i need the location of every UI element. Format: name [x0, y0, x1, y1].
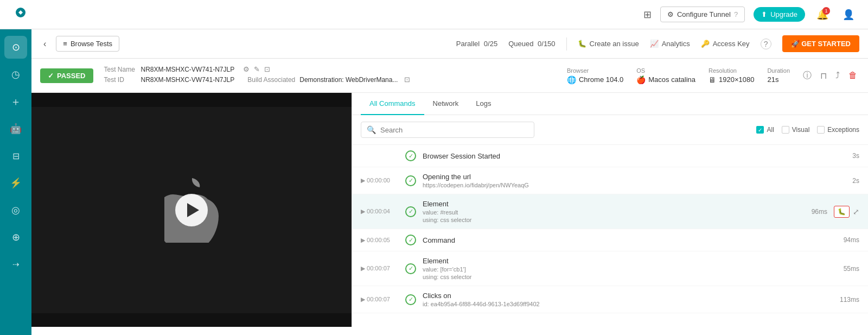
list-icon: ≡ — [63, 40, 67, 48]
copy-build-icon[interactable]: ⊡ — [404, 75, 410, 84]
command-status-1: ✓ — [405, 175, 416, 186]
plus-icon: ＋ — [10, 94, 21, 109]
sidebar-item-robot[interactable]: 🤖 — [4, 117, 27, 140]
configure-tunnel-button[interactable]: ⚙ Configure Tunnel ? — [660, 7, 745, 22]
top-nav: ⊞ ⚙ Configure Tunnel ? ⬆ Upgrade 🔔 1 👤 — [0, 0, 868, 29]
analytics-link[interactable]: 📈 Analytics — [650, 40, 690, 48]
sidebar-item-bookmark[interactable]: ⊟ — [4, 144, 27, 167]
bookmark-btn[interactable]: ⊓ — [818, 68, 829, 83]
add-circle-icon: ⊕ — [12, 231, 20, 243]
table-row: ▶ 00:00:07 ✓ Element value: [for='cb1'] … — [352, 251, 868, 286]
edit-icon[interactable]: ✎ — [254, 65, 260, 73]
sidebar-item-history[interactable]: ◷ — [4, 63, 27, 86]
filter-exceptions[interactable]: Exceptions — [817, 126, 859, 134]
command-name-0: Browser Session Started — [423, 152, 826, 160]
access-key-link[interactable]: 🔑 Access Key — [701, 40, 750, 48]
filter-all[interactable]: ✓ All — [756, 126, 774, 134]
queued-label: Queued 0/150 — [508, 40, 555, 48]
command-duration-4: 55ms — [832, 265, 859, 273]
command-status-4: ✓ — [405, 263, 416, 274]
content-area: All Commands Network Logs 🔍 ✓ — [31, 93, 868, 327]
notification-badge: 1 — [822, 7, 830, 15]
apple-os-icon: 🍎 — [636, 75, 646, 84]
play-button[interactable] — [175, 194, 208, 226]
sidebar-item-dashboard[interactable]: ⊙ — [4, 36, 27, 59]
sidebar-item-lightning[interactable]: ⚡ — [4, 172, 27, 194]
checkbox-visual — [782, 126, 789, 134]
create-issue-link[interactable]: 🐛 Create an issue — [578, 40, 639, 48]
divider — [566, 37, 567, 50]
tab-network[interactable]: Network — [424, 93, 468, 115]
help-icon[interactable]: ? — [761, 39, 771, 49]
sidebar-item-add[interactable]: ＋ — [4, 90, 27, 113]
back-button[interactable]: ‹ — [40, 36, 49, 52]
parallel-label: Parallel 0/25 — [456, 40, 497, 48]
tune-icon[interactable]: ⚙ — [243, 65, 250, 73]
duration-info: Duration 21s — [767, 67, 790, 84]
video-panel — [31, 93, 352, 327]
analytics-icon: 📈 — [650, 40, 659, 48]
question-icon: ? — [734, 10, 738, 18]
tunnel-icon: ⚙ — [667, 10, 674, 18]
command-name-2: Element value: #result using: css select… — [423, 200, 794, 223]
tab-all-commands[interactable]: All Commands — [361, 93, 424, 115]
checkbox-exceptions — [817, 126, 825, 134]
status-badge: ✓ PASSED — [40, 68, 93, 83]
filter-visual[interactable]: Visual — [782, 126, 809, 134]
dashboard-icon: ⊙ — [12, 41, 20, 53]
top-nav-right: ⊞ ⚙ Configure Tunnel ? ⬆ Upgrade 🔔 1 👤 — [643, 6, 857, 23]
command-status-2: ✓ — [405, 206, 416, 217]
search-input[interactable] — [380, 126, 528, 134]
info-button[interactable]: ⓘ — [801, 68, 814, 84]
user-menu-button[interactable]: 👤 — [840, 6, 857, 23]
sidebar-item-share[interactable]: ⇢ — [4, 253, 27, 276]
grid-icon: ⊞ — [643, 9, 652, 21]
command-row-actions: 🐛 ⤢ — [834, 206, 859, 218]
table-row: ▶ 00:00:04 ✓ Element value: #result usin… — [352, 194, 868, 229]
command-status-5: ✓ — [405, 294, 416, 305]
browser-info: Browser 🌐 Chrome 104.0 — [567, 67, 623, 84]
command-duration-3: 94ms — [832, 236, 859, 244]
top-nav-left — [11, 3, 30, 27]
commands-tabs: All Commands Network Logs — [352, 93, 868, 115]
sidebar: ⊙ ◷ ＋ 🤖 ⊟ ⚡ ◎ ⊕ ⇢ — [0, 29, 31, 335]
play-icon — [187, 203, 199, 217]
secondary-nav-left: ‹ ≡ Browse Tests — [40, 36, 119, 52]
chrome-icon: 🌐 — [567, 75, 576, 84]
test-info-right: Browser 🌐 Chrome 104.0 OS 🍎 Macos catali… — [567, 67, 790, 84]
search-icon: 🔍 — [367, 125, 376, 134]
command-duration-1: 2s — [832, 177, 859, 185]
issue-icon: 🐛 — [578, 40, 586, 48]
command-name-5: Clicks on id: ea4b95a4-6f88-446d-9613-1e… — [423, 292, 826, 307]
video-placeholder — [31, 107, 352, 313]
bookmark-icon: ⊟ — [12, 151, 20, 161]
command-status-0: ✓ — [405, 150, 416, 161]
command-name-1: Opening the url https://codepen.io/fidab… — [423, 173, 826, 188]
expand-button[interactable]: ⤢ — [853, 207, 859, 216]
key-icon: 🔑 — [701, 40, 710, 48]
lightning-icon: ⚡ — [10, 177, 22, 189]
tab-logs[interactable]: Logs — [467, 93, 500, 115]
test-meta: Test Name NR8XM-MSHXC-VW741-N7JLP ⚙ ✎ ⊡ … — [104, 65, 556, 86]
sidebar-item-add-circle[interactable]: ⊕ — [4, 226, 27, 249]
share-btn[interactable]: ⤴ — [833, 68, 842, 83]
upgrade-button[interactable]: ⬆ Upgrade — [754, 7, 805, 22]
secondary-nav-right: Parallel 0/25 Queued 0/150 🐛 Create an i… — [456, 35, 859, 52]
test-name-row: Test Name NR8XM-MSHXC-VW741-N7JLP ⚙ ✎ ⊡ — [104, 65, 556, 73]
table-row: ▶ 00:00:00 ✓ Opening the url https://cod… — [352, 167, 868, 194]
table-row: ✓ Browser Session Started 3s — [352, 145, 868, 167]
check-icon: ✓ — [48, 72, 54, 80]
delete-btn[interactable]: 🗑 — [846, 68, 859, 83]
layers-icon: ◎ — [11, 204, 20, 216]
bug-report-button[interactable]: 🐛 — [834, 206, 850, 218]
sidebar-item-layers[interactable]: ◎ — [4, 199, 27, 222]
command-status-3: ✓ — [405, 235, 416, 245]
search-input-wrap: 🔍 — [361, 122, 534, 138]
notifications-button[interactable]: 🔔 1 — [814, 6, 831, 23]
test-info-bar: ✓ PASSED Test Name NR8XM-MSHXC-VW741-N7J… — [31, 59, 868, 93]
rocket-icon: 🚀 — [791, 40, 800, 48]
command-time-2: ▶ 00:00:04 — [361, 208, 399, 215]
copy-icon[interactable]: ⊡ — [264, 65, 270, 73]
get-started-button[interactable]: 🚀 GET STARTED — [782, 35, 859, 52]
browse-tests-button[interactable]: ≡ Browse Tests — [56, 36, 119, 52]
